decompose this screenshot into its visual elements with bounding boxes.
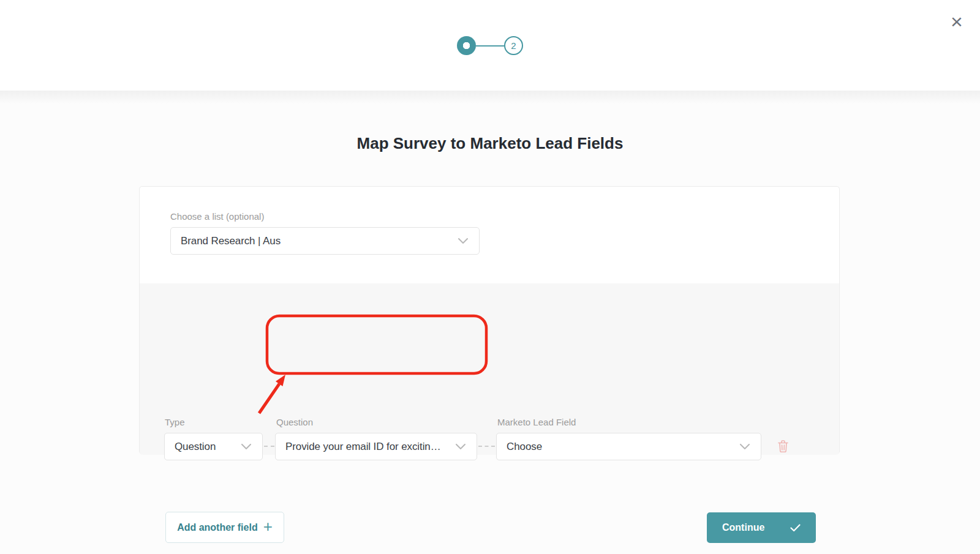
step-1-indicator[interactable] (457, 36, 476, 55)
marketo-select[interactable]: Choose (496, 433, 761, 460)
wizard-stepper: 2 (457, 36, 523, 55)
trash-icon (777, 440, 789, 453)
row-connector-dash (478, 446, 495, 447)
delete-row-button[interactable] (773, 436, 793, 456)
page-title: Map Survey to Marketo Lead Fields (0, 134, 980, 153)
add-another-field-button[interactable]: Add another field + (165, 512, 284, 543)
chevron-down-icon (740, 444, 750, 449)
question-field-label: Question (276, 417, 313, 427)
continue-label: Continue (722, 522, 764, 533)
add-another-field-label: Add another field (177, 522, 258, 533)
step-2-indicator[interactable]: 2 (504, 36, 523, 55)
mapping-card: Choose a list (optional) Brand Research … (139, 186, 840, 454)
question-select-value: Provide your email ID for excitin… (285, 441, 441, 453)
header-divider (0, 91, 980, 104)
modal-header: 2 × (0, 0, 980, 91)
type-select-value: Question (175, 441, 216, 453)
type-field-label: Type (165, 417, 185, 427)
row-connector-dash (264, 446, 274, 447)
list-select-value: Brand Research | Aus (181, 235, 281, 247)
check-icon (790, 524, 801, 532)
close-button[interactable]: × (943, 9, 970, 34)
type-select[interactable]: Question (164, 433, 263, 460)
plus-icon: + (263, 518, 273, 534)
chevron-down-icon (458, 238, 468, 244)
chevron-down-icon (456, 444, 466, 449)
mapping-section: Type Question Question Provide your emai… (140, 283, 839, 455)
question-select[interactable]: Provide your email ID for excitin… (275, 433, 477, 460)
marketo-field-label: Marketo Lead Field (497, 417, 576, 427)
stepper-connector (476, 45, 504, 47)
list-field-label: Choose a list (optional) (170, 211, 264, 222)
list-select[interactable]: Brand Research | Aus (170, 227, 480, 255)
close-icon: × (951, 11, 963, 32)
chevron-down-icon (241, 444, 251, 449)
marketo-select-value: Choose (507, 441, 542, 453)
continue-button[interactable]: Continue (707, 512, 816, 543)
step-2-label: 2 (511, 40, 516, 51)
